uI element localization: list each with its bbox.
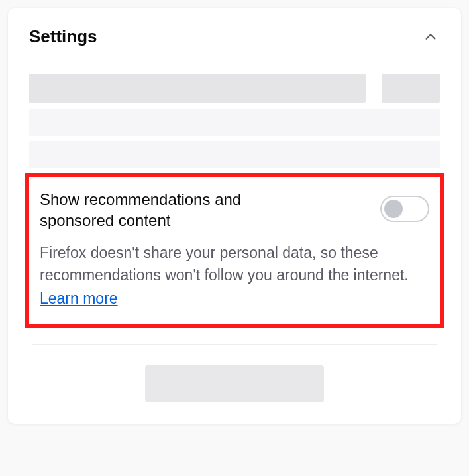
placeholder-block (382, 74, 440, 103)
placeholder-row (29, 74, 440, 103)
toggle-knob (384, 200, 403, 218)
settings-panel: Settings Show recommendations and sponso… (8, 8, 461, 424)
description-text: Firefox doesn't share your personal data… (40, 244, 409, 284)
recommendations-label: Show recommendations and sponsored conte… (40, 189, 318, 232)
placeholder-line (29, 141, 440, 168)
recommendations-setting-row: Show recommendations and sponsored conte… (40, 189, 429, 232)
learn-more-link[interactable]: Learn more (40, 290, 118, 307)
panel-title: Settings (29, 27, 97, 47)
placeholder-block (29, 74, 366, 103)
recommendations-toggle[interactable] (380, 196, 429, 222)
placeholder-line (29, 109, 440, 136)
placeholder-button (145, 365, 324, 402)
chevron-up-icon[interactable] (421, 28, 440, 46)
recommendations-description: Firefox doesn't share your personal data… (40, 241, 411, 310)
panel-header: Settings (29, 27, 440, 47)
bottom-area (29, 345, 440, 402)
highlighted-setting: Show recommendations and sponsored conte… (25, 173, 444, 328)
